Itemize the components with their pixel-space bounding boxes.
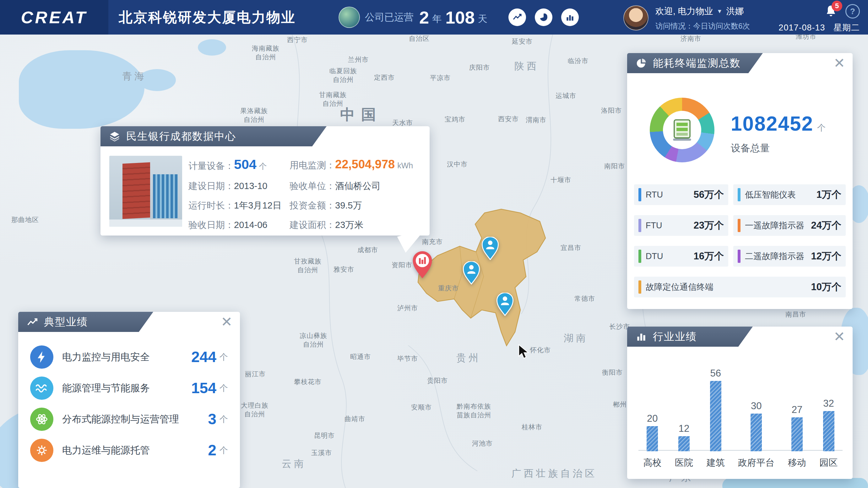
date-display: 2017-08-13 星期二 [778,22,860,33]
map-label: 成都市 [358,246,378,254]
map-label: 庆阳市 [469,63,490,72]
notification-badge: 5 [832,1,842,11]
performance-item-distributed-energy: 分布式能源控制与运营管理 3 个 [30,403,228,435]
stat-value: 10万个 [811,280,841,294]
field-acceptance-unit: 验收单位： 酒仙桥公司 [289,180,425,192]
bar-value: 12 [679,423,689,434]
bar-value: 27 [792,404,802,416]
user-avatar[interactable] [623,5,649,30]
industry-panel-header: 行业业绩 [627,327,753,347]
info-card-header: 民生银行成都数据中心 [100,126,327,146]
bar-value: 32 [823,398,834,409]
map-label: 那曲地区 [11,215,39,224]
map-label: 汉中市 [447,160,468,169]
stat-value: 1万个 [816,188,841,201]
mouse-cursor [518,344,530,361]
operating-label: 公司已运营 [365,11,413,24]
map-label: 大理白族 自治州 [241,401,269,419]
map-label: 攀枝花市 [294,377,321,386]
top-navigation-bar: CREAT 北京科锐研发大厦电力物业 公司已运营 2 年 108 天 [0,0,868,34]
pie-chart-icon[interactable] [535,8,552,26]
performance-list: 电力监控与用电安全 244 个 能源管理与节能服务 154 个 [30,341,228,466]
operating-days: 108 [445,7,474,28]
industry-bar-chart-area: 20高校12医院56建筑30政府平台27移动32园区 [637,361,844,471]
map-label: 凉山彝族 自治州 [300,331,327,349]
performance-item-power-monitoring: 电力监控与用电安全 244 个 [30,341,228,372]
industry-panel-title: 行业业绩 [653,330,697,344]
stat-color-bar [639,250,641,263]
stat-color-bar [639,188,641,201]
map-label: 济南市 [681,34,701,43]
map-label: 贵州 [456,352,481,365]
lightning-icon [30,345,53,369]
bar-高校: 20高校 [643,413,661,471]
map-label: 丽江市 [245,370,266,378]
bar-chart-icon[interactable] [561,8,579,26]
map-label: 渭南市 [526,116,547,124]
stat-color-bar [639,280,641,294]
map-pin-person-3[interactable] [496,293,514,316]
notification-bell-icon[interactable]: 5 [825,4,837,18]
stat-value: 16万个 [694,250,724,263]
map-label: 兰州市 [348,55,369,64]
terminal-stat-FTU: FTU23万个 [634,215,728,236]
brand-logo-block[interactable]: CREAT [0,0,108,34]
welcome-text: 欢迎, 电力物业 [655,5,713,17]
terminal-stat-RTU: RTU56万个 [634,184,728,205]
field-running-time: 运行时长： 1年3月12日 [188,200,289,212]
help-icon[interactable]: ? [845,4,860,19]
map-label: 甘孜藏族 自治州 [294,257,321,275]
map-label: 平凉市 [430,73,451,82]
map-label: 临夏回族 自治州 [330,67,357,85]
line-chart-icon[interactable] [508,8,526,26]
pie-chart-icon [635,57,647,69]
user-name[interactable]: 洪娜 [726,5,744,17]
stat-color-bar [738,219,741,232]
map-label: 陕西 [515,60,539,73]
stat-label: 低压智能仪表 [745,189,816,200]
bar-政府平台: 30政府平台 [738,400,774,471]
close-icon[interactable]: ✕ [833,56,845,70]
stat-label: 二遥故障指示器 [745,251,811,262]
performance-panel-header: 典型业绩 [18,312,153,332]
bar [678,436,690,451]
map-pin-datacenter[interactable] [411,251,433,279]
map-label: 安顺市 [411,403,432,412]
bar-园区: 32园区 [819,398,838,471]
donut-chart [650,98,714,162]
stat-value: 23万个 [694,219,724,232]
bar-移动: 27移动 [788,404,806,471]
close-icon[interactable]: ✕ [833,330,845,343]
map-label: 玉溪市 [311,449,332,457]
bar-value: 56 [710,368,721,379]
map-label: 河池市 [472,439,493,448]
header-quick-actions [508,8,579,26]
map-label: 洛阳市 [601,106,622,115]
layers-icon [108,130,121,142]
stat-value: 56万个 [694,188,724,201]
bar-chart-icon [635,331,647,343]
chevron-down-icon[interactable]: ▼ [717,8,722,15]
map-pin-person-1[interactable] [462,261,480,284]
field-acceptance-date: 验收日期： 2014-06 [188,219,289,232]
datacenter-info-card: 民生银行成都数据中心 计量设备： 504 个 用电监测： 22,504,978 … [100,126,430,236]
map-pin-person-2[interactable] [481,237,499,260]
field-investment: 投资金额： 39.5万 [289,200,425,212]
gear-icon [30,439,53,462]
map-label: 贵阳市 [427,376,448,385]
monitor-panel-title: 能耗终端监测总数 [653,56,741,70]
map-label: 毕节市 [397,354,418,363]
header-right-block: 5 ? 2017-08-13 星期二 [778,3,860,33]
terminal-stat-DTU: DTU16万个 [634,246,728,267]
map-label: 湖南 [564,332,588,345]
map-label: 青海 [122,70,147,83]
close-icon[interactable]: ✕ [221,315,232,329]
building-photo [109,156,182,227]
map-label: 中国 [340,104,382,124]
operating-years-unit: 年 [432,12,441,25]
map-label: 广西壮族自治区 [512,467,597,480]
map-label: 郴州 [613,400,627,409]
bar-category: 园区 [819,455,838,471]
device-total-label: 设备总量 [731,142,826,155]
operating-years: 2 [419,7,429,28]
